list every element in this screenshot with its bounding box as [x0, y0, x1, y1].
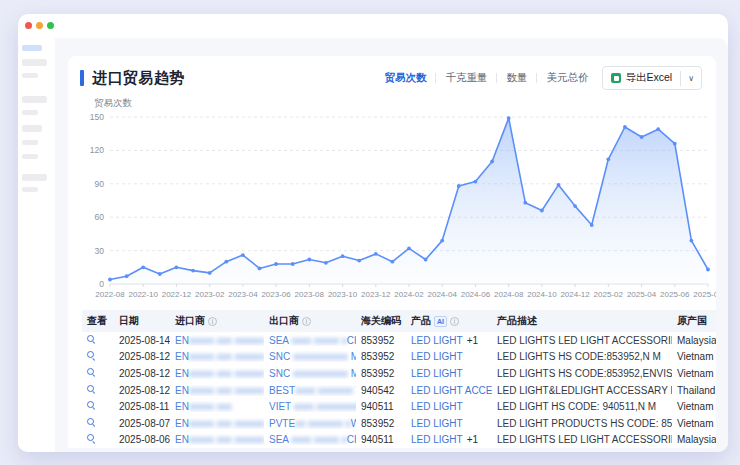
redacted-text: xxxxx xxx xxxxxx: [189, 434, 264, 445]
tab-metric-4[interactable]: 美元总价: [546, 71, 588, 85]
sidebar-item-5[interactable]: [22, 110, 38, 115]
origin-country-cell: Vietnam: [672, 418, 716, 429]
view-record-icon[interactable]: [87, 434, 96, 443]
view-record-icon[interactable]: [87, 385, 96, 394]
importer-link[interactable]: ENxxxxx xxx xxxxxxNG L...: [170, 351, 264, 362]
view-record-icon[interactable]: [87, 418, 96, 427]
product-description-cell: LED LIGHT&LEDLIGHT ACCESSARY HS CODE: 94…: [492, 385, 672, 396]
svg-text:2024-02: 2024-02: [394, 290, 424, 299]
tab-metric-1[interactable]: 贸易次数: [384, 71, 426, 85]
exporter-link[interactable]: VIET xxxx xxxxxxxxx: [264, 401, 356, 412]
exporter-link[interactable]: SNC xxxxxxxxxxx MET...: [264, 351, 356, 362]
svg-text:90: 90: [95, 179, 105, 189]
svg-text:2022-12: 2022-12: [162, 290, 192, 299]
product-link[interactable]: LED LIGHT: [411, 401, 463, 412]
importer-link[interactable]: ENxxxxx xxx: [170, 401, 264, 412]
table-row: 2025-08-12 ENxxxxx xxx xxxxxxNG L... SNC…: [82, 349, 716, 366]
sidebar-item-9[interactable]: [22, 174, 47, 181]
tab-divider: [496, 73, 497, 83]
view-record-icon[interactable]: [87, 335, 96, 344]
product-link[interactable]: LED LIGHT: [411, 434, 463, 445]
export-split-button: 导出Excel ∨: [602, 66, 702, 90]
exporter-link[interactable]: SEA xxxx xxxxx xCH ...: [264, 434, 356, 445]
svg-text:2025-08: 2025-08: [693, 290, 716, 299]
product-link[interactable]: LED LIGHT: [411, 368, 463, 379]
date-cell: 2025-08-12: [114, 368, 170, 379]
importer-link[interactable]: ENxxxxx xxx xxxxxxNG L...: [170, 368, 264, 379]
redacted-text: xxxx xxxxxxxxx: [294, 401, 356, 412]
sidebar-item-10[interactable]: [22, 187, 38, 192]
exporter-link[interactable]: BESTxxxx xxxxxxx THA...: [264, 385, 356, 396]
view-record-icon[interactable]: [87, 368, 96, 377]
trade-records-table: 查看日期进口商i出口商i海关编码产品AIi产品描述原产国 2025-08-14 …: [82, 310, 716, 448]
sidebar-item-2[interactable]: [22, 59, 47, 66]
svg-text:150: 150: [90, 112, 104, 122]
origin-country-cell: Vietnam: [672, 351, 716, 362]
info-icon[interactable]: i: [302, 317, 311, 326]
svg-text:2025-06: 2025-06: [660, 290, 690, 299]
maximize-window-icon[interactable]: [47, 22, 54, 29]
sidebar-item-4[interactable]: [22, 96, 47, 103]
sidebar-item-1[interactable]: [22, 45, 42, 51]
redacted-text: xxxxx xxx xxxxxx: [189, 351, 264, 362]
minimize-window-icon[interactable]: [36, 22, 43, 29]
tab-divider: [435, 73, 436, 83]
product-description-cell: LED LIGHTS LED LIGHT ACCESSORIES THIS SH…: [492, 434, 672, 445]
svg-text:2025-04: 2025-04: [627, 290, 657, 299]
view-record-icon[interactable]: [87, 351, 96, 360]
excel-icon: [611, 73, 621, 83]
exporter-link[interactable]: PVTExx xxxxxxx xW VI...: [264, 418, 356, 429]
redacted-text: xxxxx xxx: [189, 401, 232, 412]
hs-code-cell: 853952: [356, 351, 406, 362]
date-cell: 2025-08-14: [114, 335, 170, 346]
redacted-text: xxxxx xxx xxxxxx: [189, 335, 264, 346]
export-dropdown-button[interactable]: ∨: [680, 71, 701, 86]
table-row: 2025-08-11 ENxxxxx xxx VIET xxxx xxxxxxx…: [82, 398, 716, 415]
product-link[interactable]: LED LIGHT ACCESSORY: [411, 385, 492, 396]
product-link[interactable]: LED LIGHT: [411, 335, 463, 346]
importer-link[interactable]: ENxxxxx xxx xxxxxxNG I...: [170, 385, 264, 396]
importer-link[interactable]: ENxxxxx xxx xxxxxxNG I...: [170, 434, 264, 445]
redacted-text: xxxxx xxx xxxxxx: [189, 418, 264, 429]
column-header-6: 产品AIi: [406, 314, 492, 328]
product-link[interactable]: LED LIGHT: [411, 351, 463, 362]
page-title: 进口贸易趋势: [92, 69, 185, 88]
sidebar-item-3[interactable]: [22, 73, 38, 78]
table-row: 2025-08-06 ENxxxxx xxx xxxxxxNG I... SEA…: [82, 432, 716, 448]
tab-metric-2[interactable]: 千克重量: [445, 71, 487, 85]
sidebar-item-7[interactable]: [22, 140, 38, 145]
close-window-icon[interactable]: [25, 22, 32, 29]
trade-trend-area-chart[interactable]: 03060901201502022-082022-102022-122023-0…: [80, 109, 716, 299]
table-row: 2025-08-12 ENxxxxx xxx xxxxxxNG I... BES…: [82, 382, 716, 399]
date-cell: 2025-08-12: [114, 351, 170, 362]
column-header-8: 原产国: [672, 314, 716, 328]
svg-text:2022-08: 2022-08: [95, 290, 125, 299]
trend-panel: 进口贸易趋势 贸易次数千克重量数量美元总价 导出Excel ∨ 贸易次数 030…: [68, 56, 716, 448]
ai-badge: AI: [434, 316, 447, 327]
info-icon[interactable]: i: [208, 317, 217, 326]
column-header-4: 出口商i: [264, 314, 356, 328]
column-header-5: 海关编码: [356, 314, 406, 328]
product-link[interactable]: LED LIGHT: [411, 418, 463, 429]
info-icon[interactable]: i: [450, 317, 459, 326]
origin-country-cell: Malaysia: [672, 335, 716, 346]
exporter-link[interactable]: SNC xxxxxxxxxxx MET...: [264, 368, 356, 379]
date-cell: 2025-08-12: [114, 385, 170, 396]
product-description-cell: LED LIGHT PRODUCTS HS CODE: 853952,NUWAT…: [492, 418, 672, 429]
svg-text:30: 30: [95, 246, 105, 256]
redacted-text: xxxx xxxxx x: [291, 335, 347, 346]
importer-link[interactable]: ENxxxxx xxx xxxxxxNG I...: [170, 418, 264, 429]
svg-text:2024-10: 2024-10: [527, 290, 557, 299]
date-cell: 2025-08-11: [114, 401, 170, 412]
sidebar-item-6[interactable]: [22, 125, 42, 132]
export-excel-button[interactable]: 导出Excel: [603, 67, 680, 89]
importer-link[interactable]: ENxxxxx xxx xxxxxxNG L...: [170, 335, 264, 346]
redacted-text: xxxxxxxxxxx: [293, 351, 351, 362]
exporter-link[interactable]: SEA xxxx xxxxx xCH ...: [264, 335, 356, 346]
hs-code-cell: 940511: [356, 401, 406, 412]
svg-text:2023-06: 2023-06: [261, 290, 291, 299]
tab-metric-3[interactable]: 数量: [506, 71, 527, 85]
view-record-icon[interactable]: [87, 401, 96, 410]
redacted-text: xxxxx xxx xxxxxx: [189, 385, 264, 396]
sidebar-item-8[interactable]: [22, 154, 38, 159]
